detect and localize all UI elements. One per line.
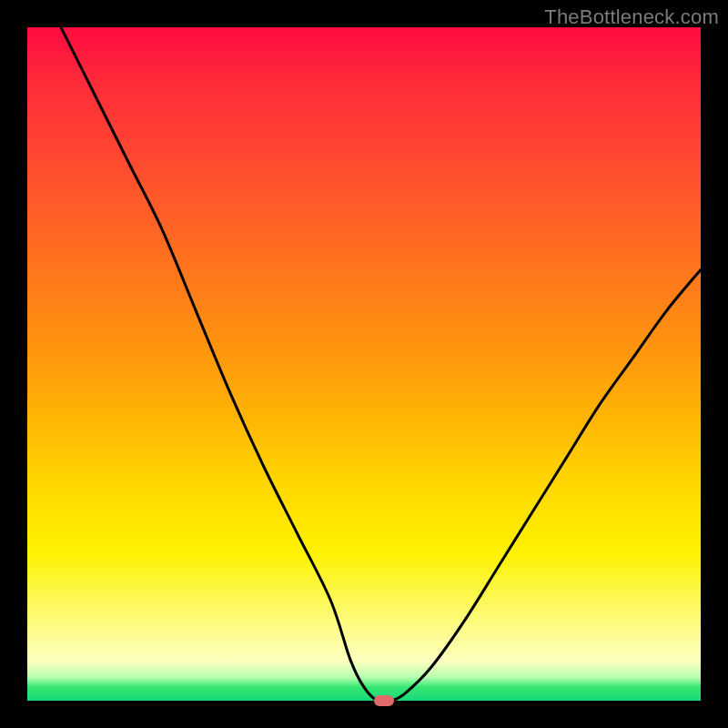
optimal-marker (374, 695, 394, 706)
chart-container: TheBottleneck.com (0, 0, 728, 728)
watermark-text: TheBottleneck.com (544, 5, 719, 29)
bottleneck-curve (61, 27, 701, 701)
curve-svg (27, 27, 701, 701)
plot-area (27, 27, 701, 701)
